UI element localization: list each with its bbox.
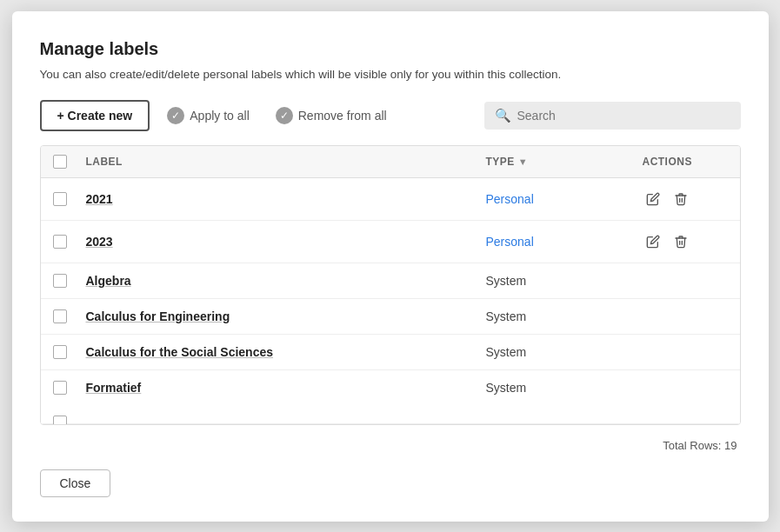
remove-check-icon: ✓ — [276, 107, 293, 124]
row-label: 2023 — [79, 224, 479, 259]
delete-button[interactable] — [670, 231, 691, 252]
row-type: System — [479, 370, 636, 405]
row-type: Personal — [479, 182, 636, 216]
type-filter-icon[interactable]: ▼ — [518, 156, 528, 167]
row-label: 2021 — [79, 182, 479, 216]
search-icon: 🔍 — [495, 108, 511, 123]
table-row: Calculus for Engineering System — [41, 299, 740, 335]
modal-footer: Close — [40, 469, 741, 497]
toolbar: + Create new ✓ Apply to all ✓ Remove fro… — [40, 100, 741, 131]
row-actions — [636, 221, 740, 263]
col-header-type: TYPE ▼ — [479, 147, 636, 176]
row-checkbox-cell — [41, 182, 79, 216]
row-type: System — [479, 335, 636, 369]
row-label: Calculus for Engineering — [79, 299, 479, 334]
manage-labels-modal: Manage labels You can also create/edit/d… — [12, 11, 769, 522]
row-label: Calculus for the Social Sciences — [79, 335, 479, 369]
edit-button[interactable] — [643, 231, 663, 252]
row-label: Algebra — [79, 263, 479, 298]
row-checkbox-0[interactable] — [53, 192, 67, 206]
row-actions — [636, 178, 740, 220]
row-checkbox-cell — [41, 335, 79, 369]
row-checkbox-3[interactable] — [53, 309, 67, 323]
close-button[interactable]: Close — [40, 469, 111, 497]
row-actions — [636, 342, 740, 362]
table-body: 2021 Personal — [41, 178, 740, 405]
header-checkbox-cell — [41, 146, 79, 177]
apply-to-all-label: Apply to all — [190, 109, 249, 123]
row-actions — [636, 306, 740, 327]
table-row: 2023 Personal — [41, 221, 740, 263]
search-input[interactable] — [517, 109, 730, 123]
table-row: Algebra System — [41, 263, 740, 299]
row-type: System — [479, 299, 636, 334]
partial-checkbox-cell — [41, 405, 79, 425]
partial-row — [41, 405, 740, 424]
row-checkbox-cell — [41, 263, 79, 298]
select-all-checkbox[interactable] — [53, 155, 67, 169]
table-header: LABEL TYPE ▼ ACTIONS — [41, 146, 740, 178]
table-row: 2021 Personal — [41, 178, 740, 221]
table-row: Formatief System — [41, 370, 740, 405]
edit-button[interactable] — [643, 189, 663, 209]
row-checkbox-cell — [41, 299, 79, 334]
create-new-button[interactable]: + Create new — [40, 100, 150, 131]
delete-button[interactable] — [670, 189, 691, 209]
row-type: System — [479, 263, 636, 298]
modal-description: You can also create/edit/delete personal… — [40, 68, 741, 81]
row-checkbox-cell — [41, 370, 79, 405]
search-box: 🔍 — [484, 102, 741, 130]
row-checkbox-4[interactable] — [53, 345, 67, 359]
total-rows: Total Rows: 19 — [40, 432, 741, 456]
row-actions — [636, 270, 740, 291]
table-row: Calculus for the Social Sciences System — [41, 335, 740, 370]
apply-check-icon: ✓ — [167, 107, 184, 124]
row-label: Formatief — [79, 370, 479, 405]
remove-from-all-label: Remove from all — [298, 109, 387, 123]
row-checkbox-partial[interactable] — [53, 416, 67, 425]
labels-table: LABEL TYPE ▼ ACTIONS 2021 Personal — [40, 145, 741, 425]
col-header-label: LABEL — [79, 147, 479, 176]
row-actions — [636, 377, 740, 398]
modal-title: Manage labels — [40, 39, 741, 59]
remove-from-all-button[interactable]: ✓ Remove from all — [267, 100, 396, 131]
col-header-actions: ACTIONS — [636, 147, 740, 176]
row-checkbox-5[interactable] — [53, 381, 67, 395]
apply-to-all-button[interactable]: ✓ Apply to all — [158, 100, 257, 131]
row-checkbox-cell — [41, 224, 79, 259]
row-checkbox-1[interactable] — [53, 235, 67, 249]
row-checkbox-2[interactable] — [53, 274, 67, 288]
row-type: Personal — [479, 224, 636, 259]
